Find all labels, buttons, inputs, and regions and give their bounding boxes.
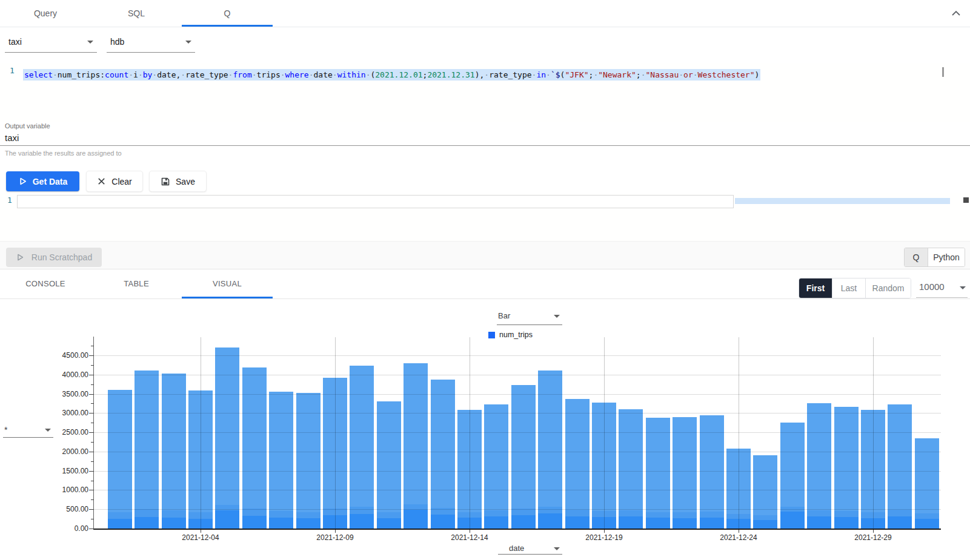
ide-root: Query SQL Q taxi hdb 1 select·num_trips:…	[0, 0, 970, 560]
bar-overlap-low	[915, 519, 939, 529]
bar-overlap-low	[619, 516, 643, 529]
bar-overlap-low	[484, 516, 508, 529]
v-gridline	[335, 337, 336, 529]
x-axis-label: 2021-12-29	[846, 533, 900, 542]
v-gridline	[201, 337, 201, 529]
y-axis-tick	[89, 413, 94, 413]
bar-overlap-low	[780, 512, 805, 529]
h-gridline	[94, 471, 941, 472]
x-axis-label: 2021-12-14	[442, 533, 497, 542]
y-axis-minor-tick	[91, 403, 94, 404]
bar-overlap-low	[834, 517, 859, 529]
h-gridline	[94, 355, 941, 356]
h-gridline	[94, 394, 941, 395]
y-axis-label: 3500.00	[35, 390, 88, 398]
bar[interactable]	[269, 392, 293, 529]
y-axis-minor-tick	[91, 461, 94, 462]
bar[interactable]	[350, 366, 374, 529]
y-axis-minor-tick	[91, 384, 94, 385]
x-axis-label: 2021-12-19	[577, 533, 631, 542]
y-axis-minor-tick	[91, 423, 94, 423]
x-axis-tick	[873, 530, 874, 533]
h-gridline	[94, 413, 941, 413]
bar-overlap-low	[350, 514, 374, 529]
bar-overlap-low	[108, 519, 132, 529]
bar-overlap-low	[162, 518, 186, 529]
bar-overlap-low	[215, 510, 239, 529]
y-axis-minor-tick	[91, 346, 94, 346]
y-axis-tick	[89, 355, 94, 356]
v-gridline	[470, 337, 470, 529]
x-axis-tick	[604, 530, 605, 533]
y-axis-tick	[89, 452, 94, 452]
y-axis-tick	[89, 432, 94, 433]
bar-overlap-low	[404, 510, 428, 529]
x-axis-line	[93, 529, 941, 530]
y-axis-label: 4500.00	[35, 351, 88, 360]
bar-overlap-low	[269, 518, 293, 529]
x-axis-tick	[201, 530, 201, 533]
bar-overlap-low	[700, 518, 724, 529]
x-axis-tick	[335, 530, 336, 533]
y-axis-label: 500.00	[35, 505, 88, 513]
y-axis-minor-tick	[91, 499, 94, 500]
h-gridline	[94, 375, 941, 375]
h-gridline	[94, 432, 941, 433]
x-axis-label: 2021-12-09	[308, 533, 362, 542]
bar-overlap-low	[646, 518, 670, 529]
bar-overlap-low	[888, 516, 912, 529]
bar-overlap-low	[377, 518, 401, 529]
bar-chart: 0.00500.001000.001500.002000.002500.0030…	[0, 0, 970, 560]
bar[interactable]	[511, 385, 536, 529]
bar-overlap-low	[511, 515, 536, 529]
y-axis-minor-tick	[91, 365, 94, 366]
bar-overlap-low	[296, 518, 321, 529]
bar[interactable]	[431, 380, 455, 529]
y-axis-label: 2000.00	[35, 447, 88, 456]
bar-overlap-low	[753, 520, 777, 529]
bar-overlap-low	[565, 516, 590, 529]
y-axis-tick	[89, 509, 94, 510]
v-gridline	[739, 337, 739, 529]
bar-overlap-low	[431, 515, 455, 529]
bar-overlap-low	[538, 513, 562, 529]
v-gridline	[873, 337, 874, 529]
x-axis-tick	[739, 530, 739, 533]
y-axis-label: 1500.00	[35, 467, 88, 475]
x-axis-label: 2021-12-04	[173, 533, 228, 542]
y-axis-tick	[89, 471, 94, 472]
y-axis-minor-tick	[91, 519, 94, 519]
bar-overlap-low	[135, 517, 159, 529]
y-axis-label: 1000.00	[35, 486, 88, 494]
bar-overlap-low	[807, 516, 831, 529]
x-axis-tick	[470, 530, 470, 533]
y-axis-tick	[89, 529, 94, 529]
y-axis-label: 4000.00	[35, 371, 88, 379]
bar[interactable]	[108, 390, 132, 529]
y-axis-label: 3000.00	[35, 409, 88, 417]
x-axis-label: 2021-12-24	[711, 533, 766, 542]
y-axis-tick	[89, 375, 94, 375]
y-axis-tick	[89, 490, 94, 490]
v-gridline	[604, 337, 605, 529]
y-axis-minor-tick	[91, 442, 94, 443]
y-axis-minor-tick	[91, 481, 94, 481]
h-gridline	[94, 490, 941, 490]
bar[interactable]	[242, 367, 267, 529]
y-axis-tick	[89, 394, 94, 395]
bar-overlap-low	[673, 518, 697, 529]
y-axis-label: 0.00	[35, 524, 88, 533]
bar-overlap-low	[242, 516, 267, 529]
h-gridline	[94, 509, 941, 510]
y-axis-label: 2500.00	[35, 428, 88, 436]
h-gridline	[94, 452, 941, 452]
